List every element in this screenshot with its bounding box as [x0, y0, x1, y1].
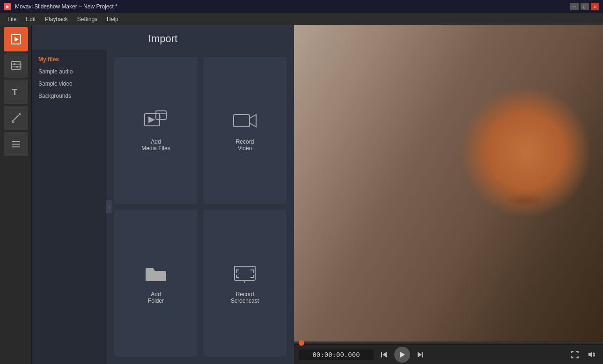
record-video-icon	[233, 110, 257, 134]
toolbar-slideshow-button[interactable]	[4, 27, 28, 51]
add-folder-label: AddFolder	[148, 291, 164, 304]
maximize-button[interactable]: □	[581, 3, 589, 10]
svg-marker-20	[250, 115, 256, 127]
sidebar-item-sample-video[interactable]: Sample video	[32, 78, 107, 90]
svg-marker-27	[418, 352, 422, 357]
import-sidebar: My files Sample audio Sample video Backg…	[32, 50, 107, 364]
svg-rect-28	[422, 352, 423, 357]
title-bar-controls[interactable]: ─ □ ✕	[570, 3, 599, 10]
import-grid: ♫ AddMedia Files RecordVi	[107, 50, 294, 364]
preview-image	[294, 25, 603, 342]
sidebar-item-my-files[interactable]: My files	[32, 53, 107, 66]
text-icon: T	[10, 86, 22, 97]
svg-point-10	[12, 121, 14, 123]
play-button[interactable]	[394, 347, 410, 363]
svg-point-9	[19, 113, 21, 115]
record-screencast-card[interactable]: RecordScreencast	[203, 210, 287, 357]
timecode-display: 00:00:00.000	[299, 349, 374, 360]
import-title: Import	[32, 25, 294, 50]
svg-marker-15	[148, 116, 155, 123]
play-square-icon	[10, 34, 22, 45]
menu-lines-icon	[10, 138, 22, 150]
svg-rect-19	[234, 115, 250, 127]
menu-playback[interactable]: Playback	[40, 14, 73, 24]
import-panel: Import My files Sample audio Sample vide…	[32, 25, 294, 364]
media-icon: ♫	[144, 110, 168, 134]
sidebar-item-backgrounds[interactable]: Backgrounds	[32, 90, 107, 102]
toolbar-text-button[interactable]: T	[4, 80, 28, 104]
svg-text:♫: ♫	[158, 114, 162, 119]
svg-rect-25	[381, 352, 382, 357]
playback-controls: 00:00:00.000	[294, 344, 603, 364]
svg-text:T: T	[12, 87, 17, 97]
minimize-button[interactable]: ─	[570, 3, 579, 10]
app-icon: ▶	[4, 3, 11, 10]
svg-marker-1	[15, 37, 19, 42]
add-media-label: AddMedia Files	[141, 138, 170, 152]
svg-rect-2	[12, 61, 20, 70]
add-folder-card[interactable]: AddFolder	[114, 210, 198, 357]
progress-dot[interactable]	[299, 340, 304, 346]
toolbar-menu-button[interactable]	[4, 132, 28, 156]
window-title: Movavi Slideshow Maker – New Project *	[15, 3, 118, 10]
folder-icon	[144, 262, 168, 286]
title-bar-left: ▶ Movavi Slideshow Maker – New Project *	[4, 3, 118, 10]
skip-to-start-button[interactable]	[377, 348, 390, 361]
menu-bar: File Edit Playback Settings Help	[0, 13, 603, 25]
svg-marker-26	[400, 352, 405, 357]
preview-progress-bar[interactable]	[294, 342, 603, 344]
record-video-label: RecordVideo	[236, 138, 254, 152]
svg-marker-29	[588, 352, 592, 357]
svg-marker-24	[382, 352, 387, 357]
content-area: Import My files Sample audio Sample vide…	[32, 25, 603, 364]
screencast-icon	[233, 262, 257, 286]
preview-video	[294, 25, 603, 342]
toolbar-effects-button[interactable]	[4, 106, 28, 130]
skip-to-end-button[interactable]	[414, 348, 427, 361]
menu-help[interactable]: Help	[102, 14, 123, 24]
import-body: My files Sample audio Sample video Backg…	[32, 50, 294, 364]
svg-rect-21	[235, 266, 255, 280]
menu-file[interactable]: File	[3, 14, 21, 24]
record-video-card[interactable]: RecordVideo	[203, 57, 287, 204]
preview-area: 00:00:00.000	[294, 25, 603, 364]
effects-icon	[10, 112, 22, 124]
collapse-sidebar-arrow[interactable]: ‹	[106, 200, 112, 213]
sidebar-item-sample-audio[interactable]: Sample audio	[32, 66, 107, 78]
left-toolbar: T	[0, 25, 32, 364]
add-media-card[interactable]: ♫ AddMedia Files	[114, 57, 198, 204]
fullscreen-button[interactable]	[568, 348, 581, 361]
menu-edit[interactable]: Edit	[21, 14, 40, 24]
progress-track	[294, 342, 603, 343]
close-button[interactable]: ✕	[591, 3, 599, 10]
toolbar-filter-button[interactable]	[4, 53, 28, 78]
title-bar: ▶ Movavi Slideshow Maker – New Project *…	[0, 0, 603, 13]
menu-settings[interactable]: Settings	[73, 14, 102, 24]
volume-button[interactable]	[585, 348, 598, 361]
filter-icon	[10, 60, 22, 71]
main-layout: T Import My files Sampl	[0, 25, 603, 364]
record-screencast-label: RecordScreencast	[231, 291, 259, 304]
